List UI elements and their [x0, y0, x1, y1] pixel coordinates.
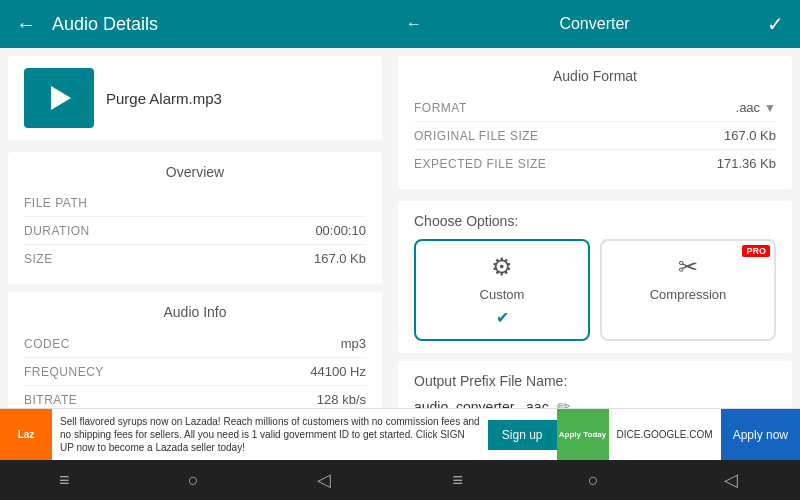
- ad-banner: Laz Sell flavored syrups now on Lazada! …: [0, 408, 800, 460]
- compression-option-label: Compression: [650, 287, 727, 302]
- pro-badge: PRO: [742, 245, 770, 257]
- play-icon: [51, 86, 71, 110]
- size-label: SIZE: [24, 252, 53, 266]
- audio-format-card: Audio Format FORMAT .aac ▼ ORIGINAL FILE…: [398, 56, 792, 189]
- right-menu-icon[interactable]: ≡: [432, 466, 483, 495]
- expected-size-row: EXPECTED FILE SIZE 171.36 Kb: [414, 150, 776, 177]
- audio-format-title: Audio Format: [414, 68, 776, 84]
- left-menu-icon[interactable]: ≡: [39, 466, 90, 495]
- right-home-icon[interactable]: ○: [568, 466, 619, 495]
- gear-icon: ⚙: [491, 253, 513, 281]
- overview-title: Overview: [24, 164, 366, 180]
- scissors-icon: ✂: [678, 253, 698, 281]
- audio-file-row: Purge Alarm.mp3: [8, 56, 382, 140]
- codec-label: CODEC: [24, 337, 70, 351]
- lazada-logo: Laz: [0, 409, 52, 461]
- expected-size-label: EXPECTED FILE SIZE: [414, 157, 546, 171]
- original-size-label: ORIGINAL FILE SIZE: [414, 129, 539, 143]
- duration-label: DURATION: [24, 224, 90, 238]
- right-header: ← Converter ✓: [390, 0, 800, 48]
- audio-info-card: Audio Info CODEC mp3 FREQUNECY 44100 Hz …: [8, 292, 382, 408]
- overview-card: Overview FILE PATH DURATION 00:00:10 SIZ…: [8, 152, 382, 284]
- size-value: 167.0 Kb: [314, 251, 366, 266]
- left-ad-text: Sell flavored syrups now on Lazada! Reac…: [52, 411, 488, 458]
- overview-duration-row: DURATION 00:00:10: [24, 217, 366, 245]
- choose-options-card: Choose Options: ⚙ Custom ✔ PRO ✂ Compres…: [398, 201, 792, 353]
- bitrate-label: BITRATE: [24, 393, 77, 407]
- expected-size-value: 171.36 Kb: [717, 156, 776, 171]
- overview-filepath-row: FILE PATH: [24, 190, 366, 217]
- prefix-value: audio_converter_.aac: [414, 399, 549, 409]
- left-header: ← Audio Details: [0, 0, 390, 48]
- right-bottom-nav: ≡ ○ ◁: [390, 460, 800, 500]
- edit-icon[interactable]: ✏: [557, 397, 570, 408]
- custom-option[interactable]: ⚙ Custom ✔: [414, 239, 590, 341]
- codec-value: mp3: [341, 336, 366, 351]
- options-grid: ⚙ Custom ✔ PRO ✂ Compression: [414, 239, 776, 341]
- overview-size-row: SIZE 167.0 Kb: [24, 245, 366, 272]
- right-panel: ← Converter ✓ Audio Format FORMAT .aac ▼…: [390, 0, 800, 408]
- custom-option-label: Custom: [480, 287, 525, 302]
- bitrate-value: 128 kb/s: [317, 392, 366, 407]
- apply-now-button[interactable]: Apply now: [721, 409, 800, 461]
- bottom-nav-wrapper: ≡ ○ ◁ ≡ ○ ◁: [0, 460, 800, 500]
- format-format-row: FORMAT .aac ▼: [414, 94, 776, 122]
- format-label: FORMAT: [414, 101, 467, 115]
- prefix-label: Output Prefix File Name:: [414, 373, 776, 389]
- compression-option[interactable]: PRO ✂ Compression: [600, 239, 776, 341]
- duration-value: 00:00:10: [315, 223, 366, 238]
- choose-options-label: Choose Options:: [414, 213, 776, 229]
- original-size-row: ORIGINAL FILE SIZE 167.0 Kb: [414, 122, 776, 150]
- codec-row: CODEC mp3: [24, 330, 366, 358]
- original-size-value: 167.0 Kb: [724, 128, 776, 143]
- file-name: Purge Alarm.mp3: [106, 90, 222, 107]
- filepath-label: FILE PATH: [24, 196, 87, 210]
- prefix-value-row: audio_converter_.aac ✏: [414, 397, 776, 408]
- check-icon[interactable]: ✓: [767, 12, 784, 36]
- right-back-arrow-icon[interactable]: ←: [406, 15, 422, 33]
- left-home-icon[interactable]: ○: [168, 466, 219, 495]
- output-prefix-card: Output Prefix File Name: audio_converter…: [398, 361, 792, 408]
- left-bottom-nav: ≡ ○ ◁: [0, 460, 390, 500]
- back-arrow-icon[interactable]: ←: [16, 13, 36, 36]
- left-panel: ← Audio Details Purge Alarm.mp3 Overview…: [0, 0, 390, 408]
- frequency-label: FREQUNECY: [24, 365, 104, 379]
- bitrate-row: BITRATE 128 kb/s: [24, 386, 366, 408]
- sign-up-button[interactable]: Sign up: [488, 420, 557, 450]
- right-panel-title: Converter: [559, 15, 629, 33]
- audio-info-title: Audio Info: [24, 304, 366, 320]
- format-value[interactable]: .aac ▼: [736, 100, 776, 115]
- frequency-row: FREQUNECY 44100 Hz: [24, 358, 366, 386]
- right-back-icon[interactable]: ◁: [704, 465, 758, 495]
- format-dropdown-icon: ▼: [764, 101, 776, 115]
- right-ad-text: DICE.GOOGLE.COM: [609, 424, 721, 445]
- play-thumbnail[interactable]: [24, 68, 94, 128]
- check-selected-icon: ✔: [496, 308, 509, 327]
- right-ad-logo: Apply Today: [557, 409, 609, 461]
- left-back-icon[interactable]: ◁: [297, 465, 351, 495]
- left-panel-title: Audio Details: [52, 14, 158, 35]
- frequency-value: 44100 Hz: [310, 364, 366, 379]
